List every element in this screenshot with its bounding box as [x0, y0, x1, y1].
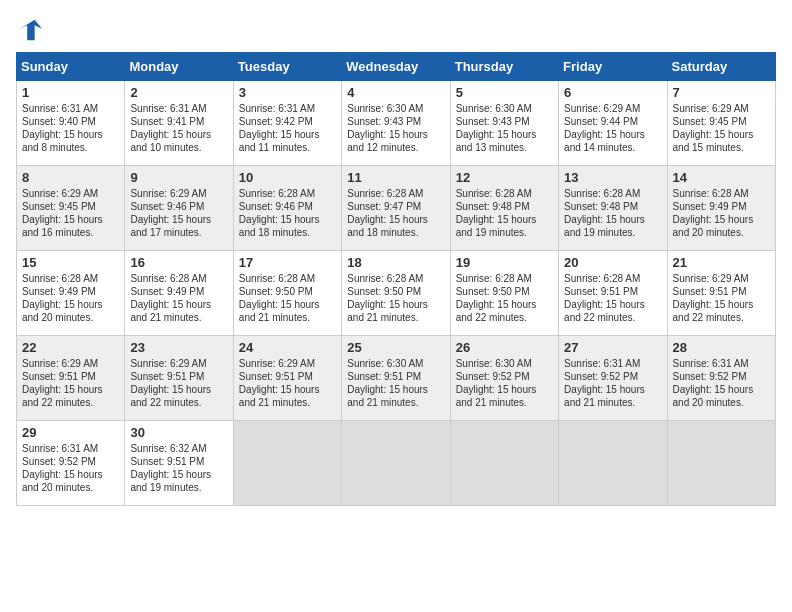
cell-content: Sunrise: 6:29 AM Sunset: 9:51 PM Dayligh… — [22, 358, 105, 408]
cell-content: Sunrise: 6:28 AM Sunset: 9:49 PM Dayligh… — [22, 273, 105, 323]
cell-content: Sunrise: 6:31 AM Sunset: 9:41 PM Dayligh… — [130, 103, 213, 153]
cell-content: Sunrise: 6:31 AM Sunset: 9:52 PM Dayligh… — [564, 358, 647, 408]
day-number: 10 — [239, 170, 336, 185]
day-number: 8 — [22, 170, 119, 185]
logo-icon — [16, 16, 44, 44]
day-number: 15 — [22, 255, 119, 270]
cell-content: Sunrise: 6:31 AM Sunset: 9:40 PM Dayligh… — [22, 103, 105, 153]
calendar-cell: 10Sunrise: 6:28 AM Sunset: 9:46 PM Dayli… — [233, 166, 341, 251]
column-header-friday: Friday — [559, 53, 667, 81]
day-number: 4 — [347, 85, 444, 100]
cell-content: Sunrise: 6:31 AM Sunset: 9:52 PM Dayligh… — [673, 358, 756, 408]
calendar-cell: 18Sunrise: 6:28 AM Sunset: 9:50 PM Dayli… — [342, 251, 450, 336]
calendar-cell: 15Sunrise: 6:28 AM Sunset: 9:49 PM Dayli… — [17, 251, 125, 336]
calendar-cell: 24Sunrise: 6:29 AM Sunset: 9:51 PM Dayli… — [233, 336, 341, 421]
cell-content: Sunrise: 6:28 AM Sunset: 9:49 PM Dayligh… — [130, 273, 213, 323]
calendar-cell: 11Sunrise: 6:28 AM Sunset: 9:47 PM Dayli… — [342, 166, 450, 251]
column-header-wednesday: Wednesday — [342, 53, 450, 81]
day-number: 6 — [564, 85, 661, 100]
cell-content: Sunrise: 6:28 AM Sunset: 9:51 PM Dayligh… — [564, 273, 647, 323]
cell-content: Sunrise: 6:28 AM Sunset: 9:50 PM Dayligh… — [456, 273, 539, 323]
cell-content: Sunrise: 6:28 AM Sunset: 9:50 PM Dayligh… — [239, 273, 322, 323]
calendar-cell: 4Sunrise: 6:30 AM Sunset: 9:43 PM Daylig… — [342, 81, 450, 166]
calendar-cell: 17Sunrise: 6:28 AM Sunset: 9:50 PM Dayli… — [233, 251, 341, 336]
calendar-cell: 21Sunrise: 6:29 AM Sunset: 9:51 PM Dayli… — [667, 251, 775, 336]
cell-content: Sunrise: 6:28 AM Sunset: 9:49 PM Dayligh… — [673, 188, 756, 238]
calendar-cell: 28Sunrise: 6:31 AM Sunset: 9:52 PM Dayli… — [667, 336, 775, 421]
cell-content: Sunrise: 6:29 AM Sunset: 9:46 PM Dayligh… — [130, 188, 213, 238]
day-number: 27 — [564, 340, 661, 355]
cell-content: Sunrise: 6:30 AM Sunset: 9:51 PM Dayligh… — [347, 358, 430, 408]
svg-marker-0 — [20, 20, 42, 41]
calendar-cell: 8Sunrise: 6:29 AM Sunset: 9:45 PM Daylig… — [17, 166, 125, 251]
day-number: 13 — [564, 170, 661, 185]
calendar-cell: 2Sunrise: 6:31 AM Sunset: 9:41 PM Daylig… — [125, 81, 233, 166]
column-header-sunday: Sunday — [17, 53, 125, 81]
cell-content: Sunrise: 6:31 AM Sunset: 9:52 PM Dayligh… — [22, 443, 105, 493]
cell-content: Sunrise: 6:28 AM Sunset: 9:50 PM Dayligh… — [347, 273, 430, 323]
cell-content: Sunrise: 6:28 AM Sunset: 9:48 PM Dayligh… — [456, 188, 539, 238]
cell-content: Sunrise: 6:29 AM Sunset: 9:45 PM Dayligh… — [673, 103, 756, 153]
logo — [16, 16, 48, 44]
cell-content: Sunrise: 6:29 AM Sunset: 9:51 PM Dayligh… — [239, 358, 322, 408]
calendar-cell — [342, 421, 450, 506]
calendar-cell: 7Sunrise: 6:29 AM Sunset: 9:45 PM Daylig… — [667, 81, 775, 166]
cell-content: Sunrise: 6:32 AM Sunset: 9:51 PM Dayligh… — [130, 443, 213, 493]
column-header-thursday: Thursday — [450, 53, 558, 81]
cell-content: Sunrise: 6:29 AM Sunset: 9:51 PM Dayligh… — [130, 358, 213, 408]
calendar-cell: 6Sunrise: 6:29 AM Sunset: 9:44 PM Daylig… — [559, 81, 667, 166]
day-number: 16 — [130, 255, 227, 270]
day-number: 5 — [456, 85, 553, 100]
cell-content: Sunrise: 6:31 AM Sunset: 9:42 PM Dayligh… — [239, 103, 322, 153]
calendar-week-row: 22Sunrise: 6:29 AM Sunset: 9:51 PM Dayli… — [17, 336, 776, 421]
calendar-cell: 26Sunrise: 6:30 AM Sunset: 9:52 PM Dayli… — [450, 336, 558, 421]
calendar-cell: 5Sunrise: 6:30 AM Sunset: 9:43 PM Daylig… — [450, 81, 558, 166]
column-header-saturday: Saturday — [667, 53, 775, 81]
calendar-week-row: 1Sunrise: 6:31 AM Sunset: 9:40 PM Daylig… — [17, 81, 776, 166]
column-header-monday: Monday — [125, 53, 233, 81]
day-number: 3 — [239, 85, 336, 100]
day-number: 12 — [456, 170, 553, 185]
calendar-cell: 25Sunrise: 6:30 AM Sunset: 9:51 PM Dayli… — [342, 336, 450, 421]
cell-content: Sunrise: 6:29 AM Sunset: 9:51 PM Dayligh… — [673, 273, 756, 323]
calendar-cell: 22Sunrise: 6:29 AM Sunset: 9:51 PM Dayli… — [17, 336, 125, 421]
day-number: 24 — [239, 340, 336, 355]
calendar-cell: 19Sunrise: 6:28 AM Sunset: 9:50 PM Dayli… — [450, 251, 558, 336]
day-number: 17 — [239, 255, 336, 270]
calendar-cell: 9Sunrise: 6:29 AM Sunset: 9:46 PM Daylig… — [125, 166, 233, 251]
calendar-cell: 13Sunrise: 6:28 AM Sunset: 9:48 PM Dayli… — [559, 166, 667, 251]
cell-content: Sunrise: 6:29 AM Sunset: 9:45 PM Dayligh… — [22, 188, 105, 238]
calendar-cell — [667, 421, 775, 506]
calendar-cell: 30Sunrise: 6:32 AM Sunset: 9:51 PM Dayli… — [125, 421, 233, 506]
calendar-cell: 3Sunrise: 6:31 AM Sunset: 9:42 PM Daylig… — [233, 81, 341, 166]
calendar-cell: 1Sunrise: 6:31 AM Sunset: 9:40 PM Daylig… — [17, 81, 125, 166]
day-number: 26 — [456, 340, 553, 355]
day-number: 23 — [130, 340, 227, 355]
calendar-header-row: SundayMondayTuesdayWednesdayThursdayFrid… — [17, 53, 776, 81]
day-number: 30 — [130, 425, 227, 440]
calendar-cell: 20Sunrise: 6:28 AM Sunset: 9:51 PM Dayli… — [559, 251, 667, 336]
day-number: 29 — [22, 425, 119, 440]
calendar-cell — [233, 421, 341, 506]
cell-content: Sunrise: 6:28 AM Sunset: 9:46 PM Dayligh… — [239, 188, 322, 238]
calendar-cell — [559, 421, 667, 506]
day-number: 14 — [673, 170, 770, 185]
calendar-cell: 16Sunrise: 6:28 AM Sunset: 9:49 PM Dayli… — [125, 251, 233, 336]
day-number: 18 — [347, 255, 444, 270]
day-number: 9 — [130, 170, 227, 185]
day-number: 1 — [22, 85, 119, 100]
day-number: 20 — [564, 255, 661, 270]
calendar-cell: 23Sunrise: 6:29 AM Sunset: 9:51 PM Dayli… — [125, 336, 233, 421]
day-number: 21 — [673, 255, 770, 270]
cell-content: Sunrise: 6:30 AM Sunset: 9:52 PM Dayligh… — [456, 358, 539, 408]
calendar-cell: 14Sunrise: 6:28 AM Sunset: 9:49 PM Dayli… — [667, 166, 775, 251]
calendar-week-row: 15Sunrise: 6:28 AM Sunset: 9:49 PM Dayli… — [17, 251, 776, 336]
cell-content: Sunrise: 6:28 AM Sunset: 9:48 PM Dayligh… — [564, 188, 647, 238]
column-header-tuesday: Tuesday — [233, 53, 341, 81]
cell-content: Sunrise: 6:30 AM Sunset: 9:43 PM Dayligh… — [347, 103, 430, 153]
calendar-cell: 12Sunrise: 6:28 AM Sunset: 9:48 PM Dayli… — [450, 166, 558, 251]
cell-content: Sunrise: 6:30 AM Sunset: 9:43 PM Dayligh… — [456, 103, 539, 153]
calendar-table: SundayMondayTuesdayWednesdayThursdayFrid… — [16, 52, 776, 506]
calendar-cell: 29Sunrise: 6:31 AM Sunset: 9:52 PM Dayli… — [17, 421, 125, 506]
calendar-week-row: 8Sunrise: 6:29 AM Sunset: 9:45 PM Daylig… — [17, 166, 776, 251]
